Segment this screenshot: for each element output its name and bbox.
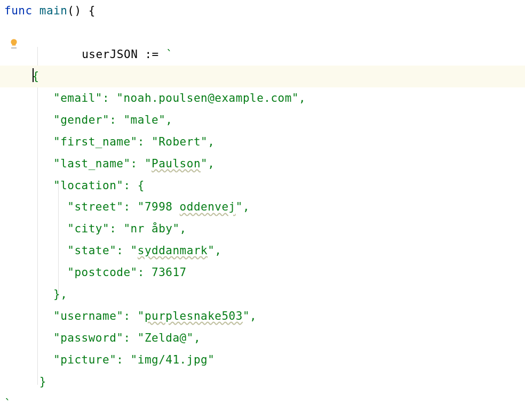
json-value: "Zelda@" xyxy=(138,332,194,344)
code-line[interactable]: "last_name": "Paulson", xyxy=(0,153,525,175)
json-value: "Robert" xyxy=(152,135,208,148)
quote: " xyxy=(131,244,138,257)
indent xyxy=(4,266,67,279)
colon: : xyxy=(138,266,152,279)
json-brace-close: }, xyxy=(53,288,67,301)
code-line[interactable]: "first_name": "Robert", xyxy=(0,131,525,153)
indent xyxy=(4,244,67,257)
keyword-func: func xyxy=(4,4,33,17)
json-key: "street" xyxy=(67,200,123,213)
indent xyxy=(4,92,53,104)
comma: , xyxy=(214,244,221,257)
json-number: 73617 xyxy=(152,266,187,279)
quote: " xyxy=(201,157,208,170)
colon: : xyxy=(123,179,137,192)
short-assign: := xyxy=(138,48,166,61)
indent xyxy=(4,353,53,366)
indent xyxy=(4,157,53,170)
json-key: "last_name" xyxy=(53,157,131,170)
colon: : xyxy=(102,92,116,104)
comma: , xyxy=(250,310,257,322)
intention-bulb-icon[interactable] xyxy=(7,37,20,50)
colon: : xyxy=(109,114,123,126)
comma: , xyxy=(243,200,250,213)
json-brace-close: } xyxy=(39,375,46,388)
code-line[interactable]: "street": "7998 oddenvej", xyxy=(0,196,525,218)
code-line[interactable]: "email": "noah.poulsen@example.com", xyxy=(0,87,525,109)
json-value: "noah.poulsen@example.com" xyxy=(116,92,299,104)
comma: , xyxy=(208,135,214,148)
json-key: "email" xyxy=(53,92,102,104)
colon: : xyxy=(131,157,145,170)
comma: , xyxy=(299,92,306,104)
code-line[interactable]: ` xyxy=(0,393,525,415)
colon: : xyxy=(123,200,137,213)
value-prefix: "7998 xyxy=(138,200,180,213)
code-line[interactable]: } xyxy=(0,371,525,393)
typo-word: oddenvej xyxy=(180,200,236,213)
json-key: "username" xyxy=(53,310,123,322)
json-value: "nr åby" xyxy=(123,222,179,235)
code-line-highlighted[interactable]: { xyxy=(0,66,525,87)
indent xyxy=(4,135,53,148)
json-key: "city" xyxy=(67,222,109,235)
code-line[interactable]: "location": { xyxy=(0,175,525,197)
code-line[interactable]: func main() { xyxy=(0,0,525,22)
json-key: "first_name" xyxy=(53,135,138,148)
code-line[interactable]: }, xyxy=(0,284,525,305)
indent xyxy=(4,179,53,192)
typo-word: purplesnake503 xyxy=(145,310,243,322)
code-line[interactable]: "gender": "male", xyxy=(0,109,525,131)
indent xyxy=(4,70,33,83)
quote: " xyxy=(208,244,214,257)
backtick-open: ` xyxy=(166,48,173,61)
json-key: "state" xyxy=(67,244,116,257)
comma: , xyxy=(208,157,214,170)
code-line[interactable]: userJSON := ` xyxy=(0,22,525,66)
code-line[interactable]: "picture": "img/41.jpg" xyxy=(0,349,525,371)
parentheses: () xyxy=(67,4,81,17)
quote: " xyxy=(138,310,145,322)
typo-word: syddanmark xyxy=(138,244,208,257)
identifier: userJSON xyxy=(82,48,138,61)
typo-word: Paulson xyxy=(152,157,201,170)
indent xyxy=(4,200,67,213)
indent xyxy=(54,48,82,61)
json-key: "password" xyxy=(53,332,123,344)
text-caret xyxy=(33,68,34,82)
json-key: "gender" xyxy=(53,114,109,126)
indent xyxy=(4,222,67,235)
comma: , xyxy=(180,222,187,235)
colon: : xyxy=(123,310,137,322)
code-line[interactable]: "state": "syddanmark", xyxy=(0,240,525,262)
backtick-close: ` xyxy=(4,397,11,410)
colon: : xyxy=(123,332,137,344)
indent xyxy=(4,288,53,301)
colon: : xyxy=(116,244,130,257)
indent xyxy=(4,332,53,344)
quote: " xyxy=(145,157,152,170)
comma: , xyxy=(194,332,201,344)
json-value: "male" xyxy=(123,114,165,126)
code-line[interactable]: "password": "Zelda@", xyxy=(0,327,525,349)
quote: " xyxy=(243,310,250,322)
json-value: "img/41.jpg" xyxy=(131,353,215,366)
indent xyxy=(4,114,53,126)
colon: : xyxy=(138,135,152,148)
json-key: "picture" xyxy=(53,353,116,366)
code-line[interactable]: "city": "nr åby", xyxy=(0,218,525,240)
json-brace-open: { xyxy=(138,179,145,192)
function-name: main xyxy=(39,4,68,17)
colon: : xyxy=(109,222,123,235)
colon: : xyxy=(116,353,130,366)
json-key: "location" xyxy=(53,179,123,192)
quote: " xyxy=(236,200,243,213)
code-line[interactable]: "username": "purplesnake503", xyxy=(0,305,525,327)
space xyxy=(33,4,39,17)
code-editor[interactable]: func main() { userJSON := ` { "email": "… xyxy=(0,0,525,415)
brace-open: { xyxy=(82,4,96,17)
indent xyxy=(4,375,39,388)
code-line[interactable]: "postcode": 73617 xyxy=(0,262,525,284)
json-key: "postcode" xyxy=(67,266,137,279)
comma: , xyxy=(165,114,172,126)
